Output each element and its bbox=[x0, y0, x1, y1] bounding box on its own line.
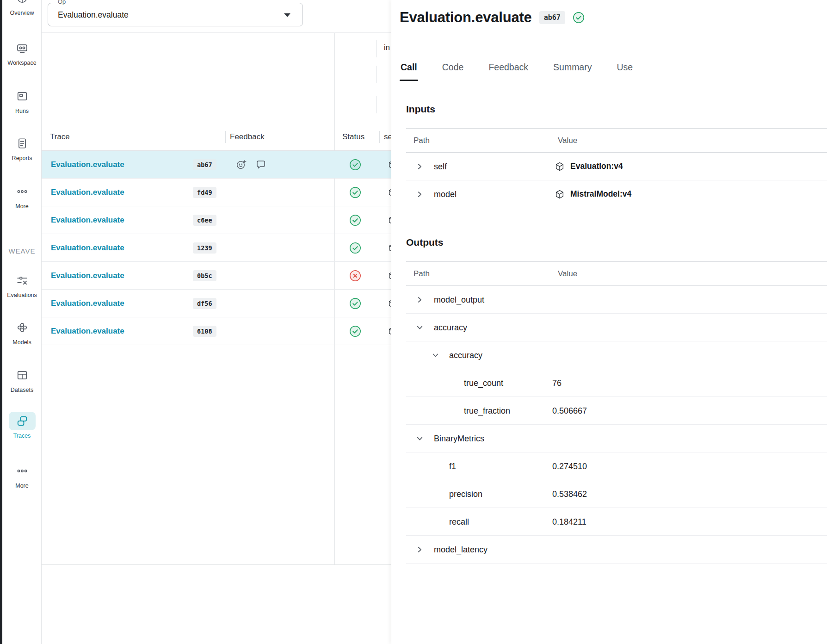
status-icon bbox=[349, 186, 361, 198]
output-row: BinaryMetrics bbox=[406, 425, 827, 452]
sidebar-divider bbox=[10, 226, 34, 226]
output-row: recall 0.184211 bbox=[406, 508, 827, 536]
column-separator bbox=[376, 96, 376, 113]
app-window: Overview Workspace Runs Reports More bbox=[0, 0, 827, 644]
output-path: true_fraction bbox=[464, 406, 510, 415]
outputs-table: Path Value model_output accuracy acc bbox=[406, 261, 827, 564]
sidebar-item-runs[interactable]: Runs bbox=[2, 90, 42, 114]
column-header-status[interactable]: Status bbox=[342, 132, 364, 142]
column-header-value: Value bbox=[558, 269, 577, 279]
output-path: f1 bbox=[449, 461, 456, 471]
trace-link[interactable]: Evaluation.evaluate bbox=[51, 243, 124, 253]
status-icon bbox=[349, 242, 361, 254]
output-path: recall bbox=[449, 517, 469, 526]
trace-link[interactable]: Evaluation.evaluate bbox=[51, 271, 124, 280]
trace-link[interactable]: Evaluation.evaluate bbox=[51, 188, 124, 197]
sidebar-item-label: Traces bbox=[2, 433, 42, 439]
tab-code[interactable]: Code bbox=[441, 56, 465, 81]
sidebar-item-traces[interactable]: Traces bbox=[2, 412, 42, 439]
trace-id-badge: 0b5c bbox=[193, 270, 216, 281]
tab-call[interactable]: Call bbox=[400, 56, 418, 81]
column-header-trace[interactable]: Trace bbox=[50, 132, 70, 142]
status-icon bbox=[349, 297, 361, 310]
more-icon bbox=[16, 185, 28, 198]
sidebar-item-label: Overview bbox=[2, 10, 42, 16]
object-ref-link[interactable]: Evaluation:v4 bbox=[570, 161, 623, 171]
object-icon bbox=[388, 326, 391, 336]
trace-row[interactable]: Evaluation.evaluate 1239 bbox=[42, 234, 391, 262]
trace-link[interactable]: Evaluation.evaluate bbox=[51, 160, 124, 169]
table-body: Evaluation.evaluate ab67 bbox=[42, 151, 391, 345]
output-path: true_count bbox=[464, 378, 503, 388]
op-filter-label: Op bbox=[56, 0, 68, 5]
tab-feedback[interactable]: Feedback bbox=[488, 56, 529, 81]
output-row: f1 0.274510 bbox=[406, 452, 827, 480]
trace-id-badge: ab67 bbox=[193, 159, 216, 170]
op-filter-value: Evaluation.evaluate bbox=[58, 10, 129, 19]
tab-summary[interactable]: Summary bbox=[552, 56, 592, 81]
op-filter-select[interactable]: Evaluation.evaluate bbox=[48, 3, 303, 26]
column-header-feedback[interactable]: Feedback bbox=[230, 132, 265, 142]
output-row: model_output bbox=[406, 286, 827, 314]
sidebar-item-label: Evaluations bbox=[2, 292, 42, 298]
input-row: self Evaluation:v4 bbox=[406, 153, 827, 180]
tab-use[interactable]: Use bbox=[616, 56, 634, 81]
overview-icon bbox=[16, 0, 28, 5]
trace-row[interactable]: Evaluation.evaluate fd49 bbox=[42, 179, 391, 206]
output-path: accuracy bbox=[434, 322, 467, 332]
trace-row[interactable]: Evaluation.evaluate 6108 bbox=[42, 317, 391, 345]
column-separator bbox=[379, 131, 380, 143]
trace-row[interactable]: Evaluation.evaluate df56 bbox=[42, 290, 391, 317]
object-icon bbox=[388, 298, 391, 309]
chevron-right-icon[interactable] bbox=[416, 162, 424, 170]
more-icon bbox=[16, 464, 28, 477]
comment-icon[interactable] bbox=[255, 159, 266, 170]
sidebar-item-more-top[interactable]: More bbox=[2, 185, 42, 210]
trace-link[interactable]: Evaluation.evaluate bbox=[51, 216, 124, 225]
object-ref-link[interactable]: MistralModel:v4 bbox=[570, 189, 631, 199]
output-path: precision bbox=[449, 489, 482, 499]
status-icon bbox=[349, 214, 361, 226]
sidebar-item-models[interactable]: Models bbox=[2, 321, 42, 346]
chevron-down-icon[interactable] bbox=[416, 323, 424, 331]
trace-row[interactable]: Evaluation.evaluate ab67 bbox=[42, 151, 391, 179]
outputs-table-header: Path Value bbox=[406, 261, 827, 286]
chevron-down-icon[interactable] bbox=[432, 351, 439, 359]
sidebar-item-label: Workspace bbox=[2, 60, 42, 66]
output-row: true_fraction 0.506667 bbox=[406, 397, 827, 425]
call-detail-panel: Evaluation.evaluate ab67 Call Code Feedb… bbox=[391, 0, 827, 644]
object-icon bbox=[388, 243, 391, 253]
sidebar-item-reports[interactable]: Reports bbox=[2, 137, 42, 161]
trace-row[interactable]: Evaluation.evaluate c6ee bbox=[42, 206, 391, 234]
sidebar-item-label: Reports bbox=[2, 155, 42, 161]
output-row: true_count 76 bbox=[406, 369, 827, 397]
output-value: 0.274510 bbox=[552, 461, 587, 471]
column-separator bbox=[376, 66, 376, 83]
chevron-right-icon[interactable] bbox=[416, 190, 424, 198]
trace-row[interactable]: Evaluation.evaluate 0b5c bbox=[42, 262, 391, 290]
output-path: BinaryMetrics bbox=[434, 433, 484, 443]
object-icon bbox=[555, 189, 565, 199]
status-icon bbox=[349, 270, 361, 282]
chevron-down-icon[interactable] bbox=[416, 434, 424, 442]
sidebar-item-evaluations[interactable]: Evaluations bbox=[2, 274, 42, 298]
sidebar: Overview Workspace Runs Reports More bbox=[2, 0, 42, 644]
chevron-right-icon[interactable] bbox=[416, 545, 424, 553]
chevron-down-icon bbox=[284, 13, 290, 17]
inputs-table: Path Value self Evaluation:v4 bbox=[406, 128, 827, 208]
sidebar-item-overview[interactable]: Overview bbox=[2, 0, 42, 16]
sidebar-item-more-bottom[interactable]: More bbox=[2, 464, 42, 489]
add-reaction-icon[interactable] bbox=[236, 159, 247, 170]
trace-link[interactable]: Evaluation.evaluate bbox=[51, 299, 124, 308]
input-path: self bbox=[434, 161, 447, 171]
outputs-heading: Outputs bbox=[406, 237, 443, 248]
trace-link[interactable]: Evaluation.evaluate bbox=[51, 327, 124, 336]
sidebar-item-datasets[interactable]: Datasets bbox=[2, 369, 42, 393]
call-id-badge: ab67 bbox=[539, 11, 565, 24]
chevron-right-icon[interactable] bbox=[416, 296, 424, 303]
sidebar-item-label: More bbox=[2, 203, 42, 210]
datasets-icon bbox=[16, 369, 28, 382]
object-icon bbox=[388, 271, 391, 281]
traces-icon bbox=[16, 415, 28, 427]
sidebar-item-workspace[interactable]: Workspace bbox=[2, 42, 42, 66]
